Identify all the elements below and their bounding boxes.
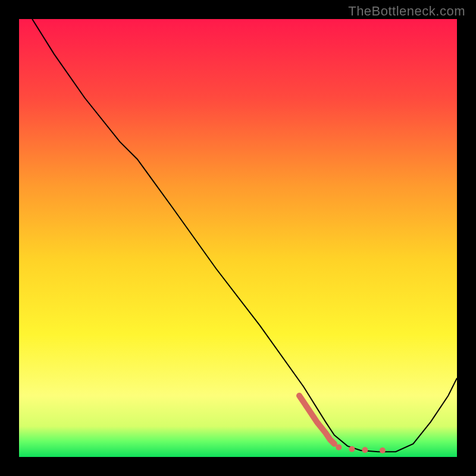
accent-dot xyxy=(336,444,342,450)
accent-dots xyxy=(299,396,386,453)
curve-overlay xyxy=(19,19,457,457)
chart-frame: TheBottleneck.com xyxy=(0,0,476,476)
accent-dot xyxy=(349,446,355,452)
accent-stroke xyxy=(299,396,334,444)
plot-area xyxy=(19,19,457,457)
watermark-text: TheBottleneck.com xyxy=(348,4,465,19)
accent-dot xyxy=(362,447,368,453)
accent-dot xyxy=(380,447,386,453)
main-curve xyxy=(32,19,457,452)
